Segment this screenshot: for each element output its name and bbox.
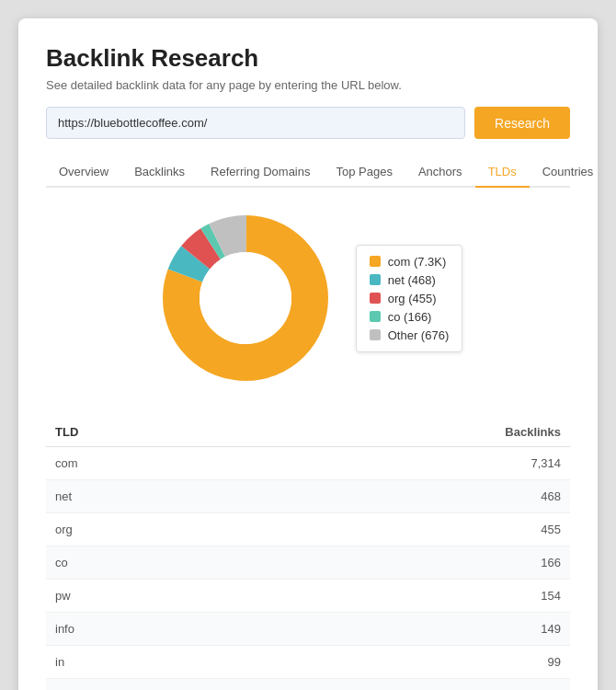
search-row: Research: [46, 107, 570, 139]
backlinks-value: 154: [469, 589, 561, 603]
legend-item-co: co (166): [370, 310, 449, 324]
legend-item-org: org (455): [370, 292, 449, 305]
table-row: jp 99: [46, 679, 570, 690]
col-header-tld: TLD: [55, 425, 469, 439]
legend-item-com: com (7.3K): [370, 255, 449, 269]
page-subtitle: See detailed backlink data for any page …: [46, 78, 570, 92]
svg-point-5: [200, 252, 291, 344]
legend-dot-org: [370, 293, 381, 304]
chart-legend: com (7.3K) net (468) org (455) co (166) …: [356, 245, 462, 352]
table-row: net 468: [46, 480, 570, 513]
legend-label-co: co (166): [388, 310, 432, 324]
search-input[interactable]: [46, 107, 465, 139]
main-card: Backlink Research See detailed backlink …: [18, 18, 598, 690]
backlinks-value: 7,314: [469, 456, 561, 470]
tab-tlds[interactable]: TLDs: [475, 157, 530, 188]
legend-label-net: net (468): [388, 273, 436, 287]
legend-item-net: net (468): [370, 273, 449, 287]
backlinks-value: 468: [469, 489, 561, 503]
legend-label-com: com (7.3K): [388, 255, 447, 269]
table-header: TLD Backlinks: [46, 418, 570, 447]
tld-value: in: [55, 655, 469, 669]
tld-table: TLD Backlinks com 7,314 net 468 org 455 …: [46, 418, 570, 690]
table-row: pw 154: [46, 580, 570, 613]
table-row: com 7,314: [46, 447, 570, 480]
table-row: co 166: [46, 546, 570, 580]
tld-value: info: [55, 622, 469, 636]
page-title: Backlink Research: [46, 44, 570, 73]
table-row: info 149: [46, 613, 570, 646]
backlinks-value: 99: [469, 655, 561, 669]
chart-container: com (7.3K) net (468) org (455) co (166) …: [46, 206, 570, 390]
tld-value: net: [55, 489, 469, 503]
tab-overview[interactable]: Overview: [46, 157, 121, 188]
tab-anchors[interactable]: Anchors: [405, 157, 475, 188]
legend-dot-com: [370, 256, 381, 267]
legend-label-other: Other (676): [388, 328, 449, 342]
backlinks-value: 455: [469, 523, 561, 536]
legend-dot-co: [370, 311, 381, 322]
tld-value: co: [55, 556, 469, 569]
legend-label-org: org (455): [388, 292, 437, 305]
legend-dot-net: [370, 274, 381, 285]
tld-value: org: [55, 523, 469, 536]
backlinks-value: 149: [469, 622, 561, 636]
donut-chart: [154, 206, 337, 390]
legend-dot-other: [370, 329, 381, 340]
tab-referring-domains[interactable]: Referring Domains: [198, 157, 323, 188]
legend-item-other: Other (676): [370, 328, 449, 342]
table-row: in 99: [46, 646, 570, 679]
table-row: org 455: [46, 513, 570, 546]
backlinks-value: 166: [469, 556, 561, 569]
tab-backlinks[interactable]: Backlinks: [121, 157, 198, 188]
tab-countries[interactable]: Countries: [530, 157, 607, 188]
col-header-backlinks: Backlinks: [469, 425, 561, 439]
tld-value: pw: [55, 589, 469, 603]
tld-value: com: [55, 456, 469, 470]
tab-top-pages[interactable]: Top Pages: [323, 157, 405, 188]
nav-tabs: Overview Backlinks Referring Domains Top…: [46, 157, 570, 188]
research-button[interactable]: Research: [474, 107, 570, 139]
